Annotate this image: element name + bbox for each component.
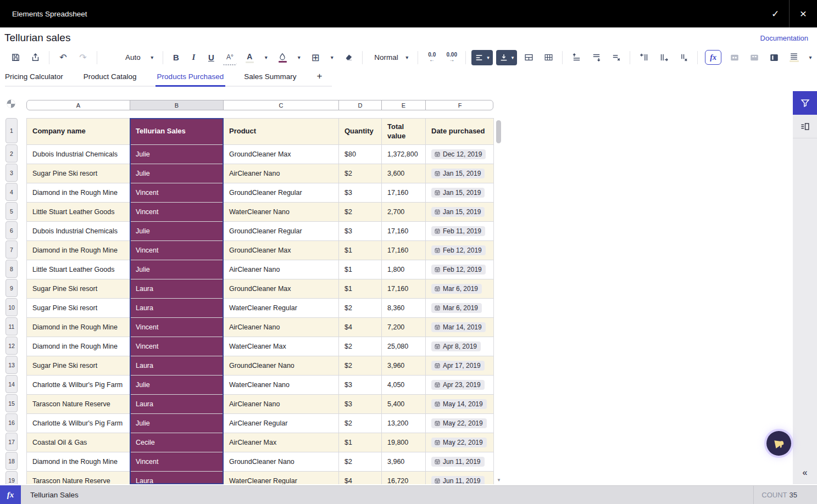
- cell-date[interactable]: Jan 15, 2019: [426, 164, 494, 183]
- cell-date[interactable]: Jun 11, 2019: [426, 472, 494, 484]
- vertical-align-button[interactable]: ▾: [496, 50, 518, 65]
- table-row[interactable]: Coastal Oil & Gas Cecile AirCleaner Max …: [27, 433, 494, 452]
- cell-seller[interactable]: Laura: [130, 299, 224, 318]
- cell-quantity[interactable]: $1: [339, 241, 382, 260]
- cell-quantity[interactable]: $3: [339, 376, 382, 395]
- date-pill[interactable]: Jan 15, 2019: [431, 207, 485, 217]
- cell-company[interactable]: Diamond in the Rough Mine: [27, 241, 130, 260]
- superscript-button[interactable]: A°: [223, 50, 237, 65]
- row-height-button[interactable]: [787, 50, 801, 65]
- cell-quantity[interactable]: $1: [339, 433, 382, 452]
- tab-product-catalog[interactable]: Product Catalog: [84, 69, 137, 86]
- cell-product[interactable]: AirCleaner Nano: [224, 164, 339, 183]
- table-row[interactable]: Dubois Industrial Chemicals Julie Ground…: [27, 222, 494, 241]
- cell-date[interactable]: May 22, 2019: [426, 433, 494, 452]
- cell-company[interactable]: Tarascon Nature Reserve: [27, 472, 130, 484]
- cell-seller[interactable]: Laura: [130, 472, 224, 484]
- row-number[interactable]: 10: [5, 298, 18, 316]
- column-header-b[interactable]: B: [130, 100, 224, 110]
- cell-company[interactable]: Diamond in the Rough Mine: [27, 452, 130, 472]
- row-number[interactable]: 8: [5, 260, 18, 278]
- cell-product[interactable]: GroundCleaner Nano: [224, 452, 339, 472]
- tab-sales-summary[interactable]: Sales Summary: [244, 69, 296, 86]
- insert-column-right-button[interactable]: [657, 50, 671, 65]
- cell-total[interactable]: 7,200: [382, 318, 426, 337]
- cell-total[interactable]: 8,360: [382, 299, 426, 318]
- insert-row-below-button[interactable]: [589, 50, 603, 65]
- table-row[interactable]: Charlotte & Wilbur's Pig Farm Julie AirC…: [27, 414, 494, 433]
- cell-date[interactable]: Feb 12, 2019: [426, 241, 494, 260]
- tab-products-purchased[interactable]: Products Purchased: [157, 69, 224, 86]
- date-pill[interactable]: Apr 23, 2019: [431, 380, 485, 390]
- cell-product[interactable]: GroundCleaner Regular: [224, 183, 339, 203]
- cell-total[interactable]: 17,160: [382, 183, 426, 203]
- formula-bar-fx-button[interactable]: fx: [0, 485, 21, 504]
- table-row[interactable]: Diamond in the Rough Mine Vincent WaterC…: [27, 337, 494, 356]
- filter-button[interactable]: [793, 91, 817, 115]
- decrease-decimals-button[interactable]: 0.0 ←: [425, 50, 439, 65]
- date-pill[interactable]: Jan 15, 2019: [431, 169, 485, 178]
- cell-quantity[interactable]: $3: [339, 183, 382, 203]
- underline-button[interactable]: U: [204, 50, 218, 65]
- cell-company[interactable]: Tarascon Nature Reserve: [27, 395, 130, 414]
- cell-product[interactable]: AirCleaner Regular: [224, 414, 339, 433]
- freeze-columns-button[interactable]: [747, 50, 762, 65]
- cell-total[interactable]: 3,600: [382, 164, 426, 183]
- cell-product[interactable]: AirCleaner Nano: [224, 395, 339, 414]
- cell-date[interactable]: Mar 6, 2019: [426, 279, 494, 299]
- cell-date[interactable]: Dec 12, 2019: [426, 145, 494, 164]
- row-number[interactable]: 16: [5, 413, 18, 432]
- cell-date[interactable]: Apr 8, 2019: [426, 337, 494, 356]
- table-row[interactable]: Charlotte & Wilbur's Pig Farm Julie Wate…: [27, 376, 494, 395]
- cell-date[interactable]: Feb 12, 2019: [426, 260, 494, 279]
- header-cell-total[interactable]: Total value: [382, 119, 426, 145]
- cell-seller[interactable]: Julie: [130, 145, 224, 164]
- cell-total[interactable]: 16,720: [382, 472, 426, 484]
- cell-seller[interactable]: Julie: [130, 376, 224, 395]
- cell-company[interactable]: Little Stuart Leather Goods: [27, 203, 130, 222]
- cell-company[interactable]: Little Stuart Leather Goods: [27, 260, 130, 279]
- scrollbar-thumb[interactable]: [496, 120, 501, 143]
- row-number[interactable]: 2: [5, 144, 18, 163]
- table-row[interactable]: Sugar Pine Ski resort Laura GroundCleane…: [27, 279, 494, 299]
- cell-total[interactable]: 2,700: [382, 203, 426, 222]
- cell-company[interactable]: Sugar Pine Ski resort: [27, 279, 130, 299]
- formula-button[interactable]: fx: [705, 50, 721, 65]
- cell-quantity[interactable]: $3: [339, 222, 382, 241]
- italic-button[interactable]: I: [186, 50, 201, 65]
- table-row[interactable]: Tarascon Nature Reserve Laura AirCleaner…: [27, 395, 494, 414]
- cell-total[interactable]: 13,200: [382, 414, 426, 433]
- row-number[interactable]: 14: [5, 375, 18, 393]
- text-color-caret[interactable]: ▾: [262, 50, 270, 65]
- documentation-link[interactable]: Documentation: [760, 34, 808, 42]
- cell-total[interactable]: 19,800: [382, 433, 426, 452]
- date-pill[interactable]: Apr 8, 2019: [431, 341, 481, 351]
- table-row[interactable]: Sugar Pine Ski resort Laura GroundCleane…: [27, 356, 494, 376]
- date-pill[interactable]: Mar 6, 2019: [431, 284, 482, 294]
- cell-quantity[interactable]: $2: [339, 452, 382, 472]
- cell-seller[interactable]: Julie: [130, 222, 224, 241]
- cell-date[interactable]: Feb 11, 2019: [426, 222, 494, 241]
- date-pill[interactable]: Mar 6, 2019: [431, 303, 482, 313]
- row-number[interactable]: 19: [5, 471, 18, 484]
- row-number[interactable]: 11: [5, 317, 18, 335]
- cell-product[interactable]: GroundCleaner Max: [224, 241, 339, 260]
- cell-total[interactable]: 1,372,800: [382, 145, 426, 164]
- cell-total[interactable]: 17,160: [382, 241, 426, 260]
- undo-button[interactable]: ↶: [56, 50, 70, 65]
- cell-quantity[interactable]: $4: [339, 318, 382, 337]
- cell-seller[interactable]: Julie: [130, 164, 224, 183]
- row-number[interactable]: 7: [5, 240, 18, 259]
- table-row[interactable]: Dubois Industrial Chemicals Julie Ground…: [27, 145, 494, 164]
- cell-total[interactable]: 5,400: [382, 395, 426, 414]
- select-all-button[interactable]: [6, 99, 16, 109]
- insert-column-left-button[interactable]: [637, 50, 651, 65]
- table-row[interactable]: Little Stuart Leather Goods Vincent Wate…: [27, 203, 494, 222]
- table-row[interactable]: Tarascon Nature Reserve Laura WaterClean…: [27, 472, 494, 484]
- table-row[interactable]: Diamond in the Rough Mine Vincent Ground…: [27, 183, 494, 203]
- cell-product[interactable]: WaterCleaner Regular: [224, 472, 339, 484]
- cell-date[interactable]: Mar 14, 2019: [426, 318, 494, 337]
- row-number[interactable]: 12: [5, 337, 18, 355]
- row-number[interactable]: 13: [5, 356, 18, 374]
- cell-company[interactable]: Coastal Oil & Gas: [27, 433, 130, 452]
